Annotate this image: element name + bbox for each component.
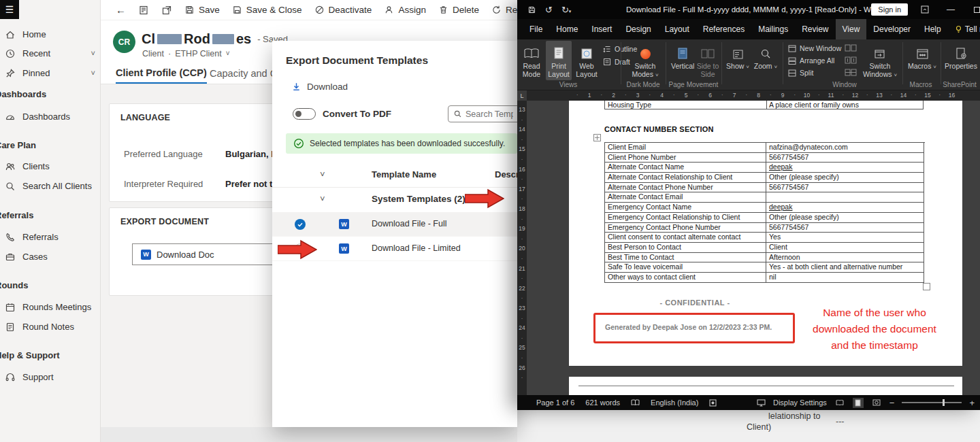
draft-button[interactable]: Draft (603, 58, 630, 66)
sidebar-item-support[interactable]: Support (0, 367, 101, 387)
sidebar-group-help-support: Help & Support (0, 345, 104, 365)
print-layout-button[interactable]: Print Layout (546, 41, 572, 80)
chevron-down-icon[interactable]: ˅ (226, 50, 230, 57)
deactivate-button[interactable]: Deactivate (309, 1, 378, 19)
show-button[interactable]: Show ˅ (725, 41, 750, 80)
switch-modes-button[interactable]: Switch Modes ˅ (627, 41, 663, 80)
arrange-all-icon (788, 57, 796, 65)
document-page-next[interactable] (569, 377, 962, 395)
column-template-name[interactable]: Template Name (372, 169, 436, 180)
page-indicator[interactable]: Page 1 of 6 (536, 398, 574, 407)
new-window-button[interactable]: New Window (788, 44, 841, 52)
entity-type[interactable]: ETHP Client (175, 49, 222, 58)
ruler-number: 4 (657, 92, 668, 99)
assign-button[interactable]: Assign (378, 1, 431, 19)
chevron-down-icon[interactable]: ˅ (320, 169, 325, 180)
word-menu-mailings[interactable]: Mailings (751, 19, 795, 39)
zoom-slider[interactable] (902, 402, 962, 403)
back-button[interactable]: ← (110, 1, 131, 19)
word-menu-review[interactable]: Review (795, 19, 835, 39)
properties-button[interactable]: Properties (945, 41, 977, 80)
word-menu-file[interactable]: File (523, 19, 549, 39)
sidebar-item-recent[interactable]: Recent ˅ (0, 44, 101, 63)
web-layout-button[interactable]: Web Layout (573, 41, 600, 80)
sidebar-label: Pinned (22, 68, 50, 78)
hamburger-menu-icon[interactable]: ☰ (0, 0, 19, 19)
redo-icon[interactable]: ↻▾ (561, 5, 571, 15)
web-layout-view-icon[interactable] (871, 398, 882, 408)
table-select-handle-icon[interactable] (593, 134, 601, 141)
word-menu-layout[interactable]: Layout (658, 19, 696, 39)
split-button[interactable]: Split (788, 69, 813, 77)
language-indicator[interactable]: English (India) (651, 398, 698, 407)
trash-icon (438, 5, 448, 15)
print-layout-view-icon[interactable] (853, 398, 864, 408)
maximize-button[interactable] (969, 0, 980, 19)
arrange-all-button[interactable]: Arrange All (788, 56, 834, 65)
draft-icon (603, 58, 611, 66)
search-input[interactable] (466, 109, 513, 119)
word-menu-insert[interactable]: Insert (585, 19, 619, 39)
word-menu-view[interactable]: View (836, 19, 867, 39)
ruler-horizontal[interactable]: 1·2·3·4·5·6·7·8·9·10·11·12·13·14·15·16· (527, 90, 980, 101)
doc-cell-value: Other (please specify) (766, 173, 924, 183)
selected-check-icon[interactable] (295, 219, 306, 230)
macros-button[interactable]: Macros ˅ (906, 41, 938, 80)
macro-record-icon[interactable] (709, 399, 717, 407)
display-settings-icon[interactable] (757, 399, 766, 407)
save-close-button[interactable]: Save & Close (227, 1, 308, 19)
word-menu-references[interactable]: References (696, 19, 751, 39)
view-side-by-side-icon[interactable] (845, 44, 857, 52)
switch-windows-button[interactable]: Switch Windows ˅ (861, 41, 899, 80)
undo-icon[interactable]: ↺ (545, 5, 553, 15)
reset-window-position-icon[interactable] (845, 69, 857, 76)
section-title: EXPORT DOCUMENT (120, 217, 209, 226)
annotation-line: and the timestamp (794, 337, 956, 354)
sidebar-item-referrals[interactable]: Referrals (0, 227, 101, 247)
vertical-button[interactable]: Vertical (671, 41, 694, 80)
display-settings-label[interactable]: Display Settings (773, 398, 827, 407)
document-page[interactable]: Housing Type A place client or family ow… (569, 101, 962, 366)
popout-button[interactable] (156, 1, 178, 19)
delete-button[interactable]: Delete (433, 1, 485, 19)
ruler-vertical[interactable]: 13·14·15·16·17·18·19·20·21·22·23·24·25·2… (517, 101, 527, 395)
side-to-side-button[interactable]: Side to Side (696, 41, 720, 80)
zoom-out-icon[interactable]: − (889, 398, 895, 408)
sidebar-item-rounds-meetings[interactable]: Rounds Meetings (0, 297, 101, 317)
zoom-slider-thumb[interactable] (943, 399, 945, 406)
synchronous-scrolling-icon[interactable] (845, 56, 857, 64)
convert-to-pdf-toggle[interactable] (293, 108, 316, 120)
sidebar-item-clients[interactable]: Clients (0, 156, 101, 176)
read-mode-view-icon[interactable] (834, 398, 845, 408)
word-count[interactable]: 621 words (585, 398, 620, 407)
column-description[interactable]: Descr (495, 169, 517, 180)
sidebar-item-pinned[interactable]: Pinned ˅ (0, 63, 101, 83)
template-row-full[interactable]: W Download File - Full (272, 212, 517, 237)
save-icon[interactable] (527, 5, 536, 14)
zoom-button[interactable]: Zoom ˅ (753, 41, 779, 80)
form-switcher-button[interactable] (133, 1, 154, 19)
zoom-in-icon[interactable]: + (969, 398, 975, 408)
sidebar-item-search-all-clients[interactable]: Search All Clients (0, 176, 101, 196)
tab-client-profile[interactable]: Client Profile (CCP) (116, 63, 207, 84)
sidebar-item-cases[interactable]: Cases (0, 247, 101, 267)
sign-in-button[interactable]: Sign in (871, 3, 908, 16)
word-menu-help[interactable]: Help (917, 19, 948, 39)
word-menu-tell-me[interactable]: Tell me (948, 19, 980, 39)
sidebar-item-dashboards[interactable]: Dashboards (0, 107, 101, 126)
word-menu-home[interactable]: Home (549, 19, 585, 39)
word-menu-design[interactable]: Design (619, 19, 657, 39)
ribbon-display-options-icon[interactable] (917, 0, 932, 19)
download-link[interactable]: Download (291, 82, 348, 92)
sidebar-item-home[interactable]: Home (0, 24, 101, 44)
sidebar-item-round-notes[interactable]: Round Notes (0, 317, 101, 337)
document-canvas[interactable]: Housing Type A place client or family ow… (527, 101, 980, 395)
minimize-button[interactable]: — (943, 0, 958, 19)
sidebar-label: Home (22, 29, 46, 39)
proofing-icon[interactable] (631, 399, 640, 407)
save-button[interactable]: Save (179, 1, 225, 19)
refresh-button[interactable]: Refresh (486, 1, 517, 19)
word-menu-developer[interactable]: Developer (866, 19, 917, 39)
read-mode-button[interactable]: Read Mode (519, 41, 544, 80)
tab-stop-selector[interactable]: L (517, 90, 527, 101)
